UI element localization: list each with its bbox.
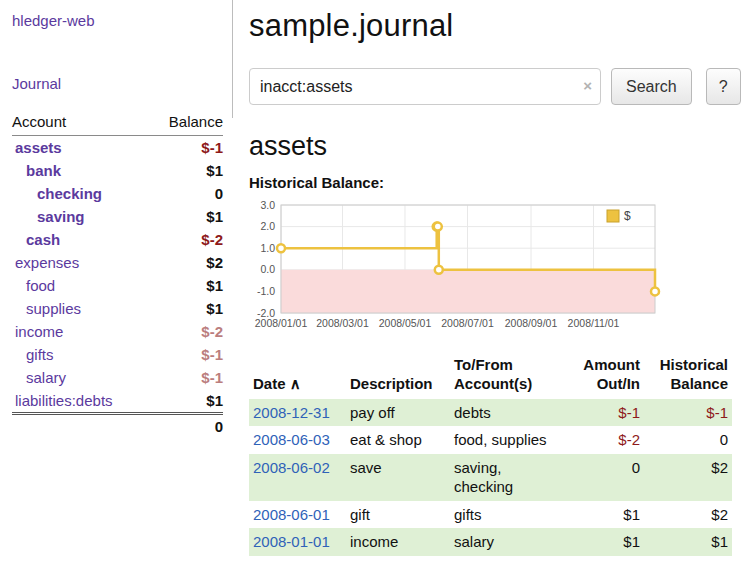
- search-input[interactable]: [249, 68, 601, 105]
- account-name-cell: checking: [12, 182, 149, 205]
- transaction-accounts: saving, checking: [450, 454, 562, 501]
- sidebar-account-expenses[interactable]: expenses: [15, 254, 79, 271]
- sidebar-account-cash[interactable]: cash: [26, 231, 60, 248]
- svg-text:2008/11/01: 2008/11/01: [568, 317, 620, 329]
- accounts-body: assets$-1bank$1checking0saving$1cash$-2e…: [12, 136, 223, 414]
- account-name-cell: cash: [12, 228, 149, 251]
- account-balance: 0: [149, 182, 223, 205]
- register-header-amount[interactable]: Amount Out/In: [562, 354, 644, 399]
- account-balance: $-1: [149, 366, 223, 389]
- register-header-description[interactable]: Description: [346, 354, 450, 399]
- account-balance: $-1: [149, 136, 223, 160]
- chart-heading: Historical Balance:: [249, 174, 741, 191]
- svg-text:1.0: 1.0: [260, 242, 275, 254]
- transaction-description: income: [346, 528, 450, 556]
- sort-ascending-icon: ∧: [290, 375, 301, 392]
- sidebar-account-assets[interactable]: assets: [15, 139, 62, 156]
- account-row: checking0: [12, 182, 223, 205]
- chart-svg: 3.02.01.00.0-1.0-2.02008/01/012008/03/01…: [249, 199, 663, 339]
- register-table: Date ∧ Description To/From Account(s) Am…: [249, 354, 732, 556]
- search-button[interactable]: Search: [611, 68, 692, 105]
- svg-text:3.0: 3.0: [260, 199, 275, 211]
- account-name-cell: food: [12, 274, 149, 297]
- accounts-header-account: Account: [12, 110, 149, 136]
- register-header-accounts[interactable]: To/From Account(s): [450, 354, 562, 399]
- search-box: ×: [249, 68, 601, 105]
- transaction-description: gift: [346, 501, 450, 529]
- svg-text:2008/07/01: 2008/07/01: [441, 317, 494, 329]
- transaction-description: eat & shop: [346, 426, 450, 454]
- sidebar-account-saving[interactable]: saving: [37, 208, 85, 225]
- transaction-date-link[interactable]: 2008-12-31: [253, 404, 330, 421]
- register-row: 2008-06-01giftgifts$1$2: [249, 501, 732, 529]
- app-title-link[interactable]: hledger-web: [12, 12, 95, 29]
- sidebar-account-liabilities-debts[interactable]: liabilities:debts: [15, 392, 113, 409]
- accounts-header-row: Account Balance: [12, 110, 223, 136]
- account-balance: $2: [149, 251, 223, 274]
- transaction-amount: $1: [562, 501, 644, 529]
- hledger-web-app: hledger-web Journal Account Balance asse…: [0, 0, 742, 556]
- register-header-balance[interactable]: Historical Balance: [644, 354, 732, 399]
- accounts-table: Account Balance assets$-1bank$1checking0…: [12, 110, 223, 438]
- account-row: income$-2: [12, 320, 223, 343]
- transaction-date-link[interactable]: 2008-06-02: [253, 459, 330, 476]
- account-row: cash$-2: [12, 228, 223, 251]
- account-name-cell: salary: [12, 366, 149, 389]
- account-row: food$1: [12, 274, 223, 297]
- register-row: 2008-01-01incomesalary$1$1: [249, 528, 732, 556]
- transaction-accounts: debts: [450, 399, 562, 427]
- svg-text:2008/05/01: 2008/05/01: [379, 317, 432, 329]
- account-row: bank$1: [12, 159, 223, 182]
- transaction-date-cell: 2008-01-01: [249, 528, 346, 556]
- transaction-date-link[interactable]: 2008-01-01: [253, 533, 330, 550]
- svg-text:0.0: 0.0: [260, 263, 275, 275]
- account-balance: $1: [149, 389, 223, 414]
- account-balance: $1: [149, 274, 223, 297]
- transaction-accounts: food, supplies: [450, 426, 562, 454]
- transaction-accounts: salary: [450, 528, 562, 556]
- register-row: 2008-06-02savesaving, checking0$2: [249, 454, 732, 501]
- transaction-balance: $2: [644, 501, 732, 529]
- svg-text:2.0: 2.0: [260, 220, 275, 232]
- account-row: expenses$2: [12, 251, 223, 274]
- sidebar-item-journal[interactable]: Journal: [12, 75, 61, 92]
- help-button[interactable]: ?: [706, 68, 741, 105]
- sidebar: hledger-web Journal Account Balance asse…: [0, 0, 233, 556]
- transaction-balance: $1: [644, 528, 732, 556]
- sidebar-account-food[interactable]: food: [26, 277, 55, 294]
- legend-label: $: [624, 209, 631, 223]
- transaction-date-cell: 2008-06-03: [249, 426, 346, 454]
- sidebar-account-bank[interactable]: bank: [26, 162, 61, 179]
- account-name-cell: supplies: [12, 297, 149, 320]
- transaction-description: pay off: [346, 399, 450, 427]
- transaction-date-link[interactable]: 2008-06-01: [253, 506, 330, 523]
- search-form: × Search ?: [249, 68, 741, 105]
- svg-text:-1.0: -1.0: [257, 285, 275, 297]
- account-balance: $-2: [149, 228, 223, 251]
- account-name-cell: expenses: [12, 251, 149, 274]
- page-title: sample.journal: [249, 8, 741, 44]
- transaction-balance: 0: [644, 426, 732, 454]
- account-name-cell: saving: [12, 205, 149, 228]
- sidebar-account-supplies[interactable]: supplies: [26, 300, 81, 317]
- register-header-date[interactable]: Date ∧: [249, 354, 346, 399]
- account-row: assets$-1: [12, 136, 223, 160]
- sidebar-account-checking[interactable]: checking: [37, 185, 102, 202]
- transaction-amount: 0: [562, 454, 644, 501]
- sidebar-account-income[interactable]: income: [15, 323, 63, 340]
- account-name-cell: gifts: [12, 343, 149, 366]
- sidebar-divider: [232, 0, 233, 118]
- transaction-date-link[interactable]: 2008-06-03: [253, 431, 330, 448]
- accounts-total-balance: 0: [149, 414, 223, 439]
- register-row: 2008-06-03eat & shopfood, supplies$-20: [249, 426, 732, 454]
- sidebar-account-salary[interactable]: salary: [26, 369, 66, 386]
- account-balance: $1: [149, 205, 223, 228]
- account-row: gifts$-1: [12, 343, 223, 366]
- transaction-amount: $-2: [562, 426, 644, 454]
- svg-text:2008/09/01: 2008/09/01: [505, 317, 558, 329]
- nav-journal: Journal: [12, 75, 223, 92]
- transaction-balance: $2: [644, 454, 732, 501]
- date-header-label: Date: [253, 375, 286, 392]
- sidebar-account-gifts[interactable]: gifts: [26, 346, 54, 363]
- clear-search-icon[interactable]: ×: [583, 78, 592, 93]
